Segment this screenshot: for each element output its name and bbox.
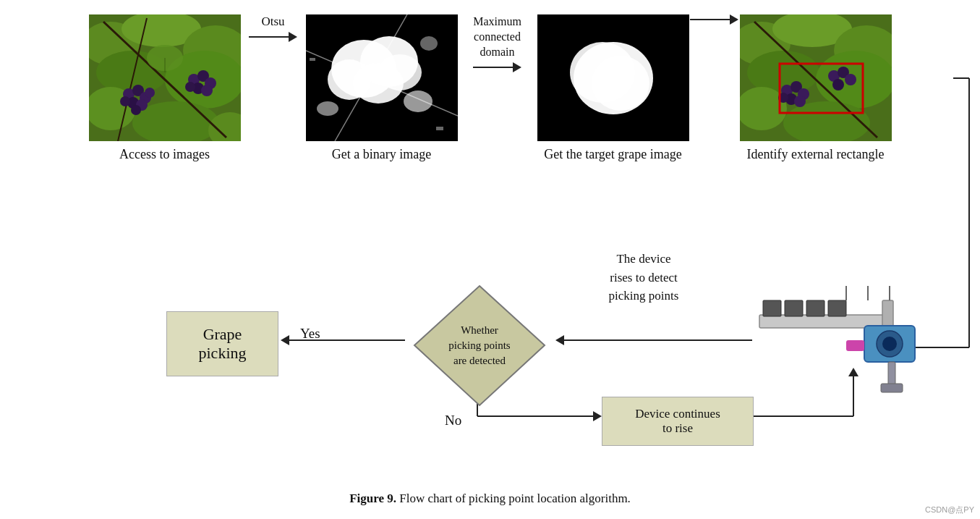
step2-container: Get a binary image <box>306 14 458 162</box>
no-label: No <box>445 413 461 429</box>
svg-marker-69 <box>555 335 564 345</box>
svg-point-36 <box>317 101 338 116</box>
svg-point-87 <box>882 337 897 351</box>
svg-point-16 <box>120 96 130 106</box>
arrow1-container: Otsu <box>241 14 306 69</box>
step4-label: Identify external rectangle <box>747 147 885 162</box>
step1-image <box>89 14 241 141</box>
grape-picking-box: Grape picking <box>166 311 278 376</box>
step4-container: Identify external rectangle <box>740 14 892 162</box>
arrow2-label: Maximumconnecteddomain <box>473 14 521 59</box>
step3-label: Get the target grape image <box>544 147 682 162</box>
svg-point-61 <box>845 74 856 85</box>
arrow1-line <box>249 32 297 42</box>
svg-marker-71 <box>281 335 289 345</box>
figure-description: Flow chart of picking point location alg… <box>399 491 631 505</box>
svg-point-17 <box>145 88 155 98</box>
svg-rect-83 <box>806 300 825 316</box>
main-container: Access to images Otsu <box>0 0 980 519</box>
arrow3-line <box>690 14 738 25</box>
svg-point-18 <box>131 105 141 115</box>
step2-label: Get a binary image <box>332 147 431 162</box>
step3-image <box>537 14 689 141</box>
diamond-container: Whether picking points are detected <box>411 282 548 409</box>
step4-image <box>740 14 892 141</box>
arrow2-line <box>473 62 521 72</box>
svg-point-62 <box>832 79 844 90</box>
svg-rect-90 <box>881 384 903 392</box>
svg-point-35 <box>404 90 433 112</box>
figure-caption: Figure 9. Flow chart of picking point lo… <box>349 491 631 506</box>
svg-rect-81 <box>763 300 781 316</box>
figure-label: Figure 9. <box>349 491 396 505</box>
arrow3-container <box>689 14 740 52</box>
step2-image <box>306 14 458 141</box>
svg-point-37 <box>420 36 438 51</box>
svg-point-57 <box>794 96 806 107</box>
watermark: CSDN@点PY <box>925 505 974 515</box>
diamond-text: Whether picking points are detected <box>411 282 548 409</box>
arrow1-label: Otsu <box>261 14 284 29</box>
svg-rect-38 <box>310 58 315 61</box>
svg-rect-82 <box>785 300 803 316</box>
svg-point-23 <box>201 85 213 96</box>
step1-container: Access to images <box>89 14 241 162</box>
svg-rect-88 <box>846 340 864 351</box>
arrow2-container: Maximumconnecteddomain <box>458 14 537 100</box>
svg-rect-84 <box>828 300 846 316</box>
svg-marker-74 <box>593 411 602 421</box>
svg-point-24 <box>185 82 195 92</box>
svg-rect-39 <box>436 127 443 130</box>
svg-point-43 <box>592 56 649 111</box>
robot-device-illustration <box>752 257 955 402</box>
step1-label: Access to images <box>119 147 210 162</box>
device-rises-text: The device rises to detect picking point… <box>579 250 709 305</box>
yes-label: Yes <box>300 326 320 342</box>
step3-container: Get the target grape image <box>537 14 689 162</box>
device-continues-box: Device continues to rise <box>602 397 754 446</box>
